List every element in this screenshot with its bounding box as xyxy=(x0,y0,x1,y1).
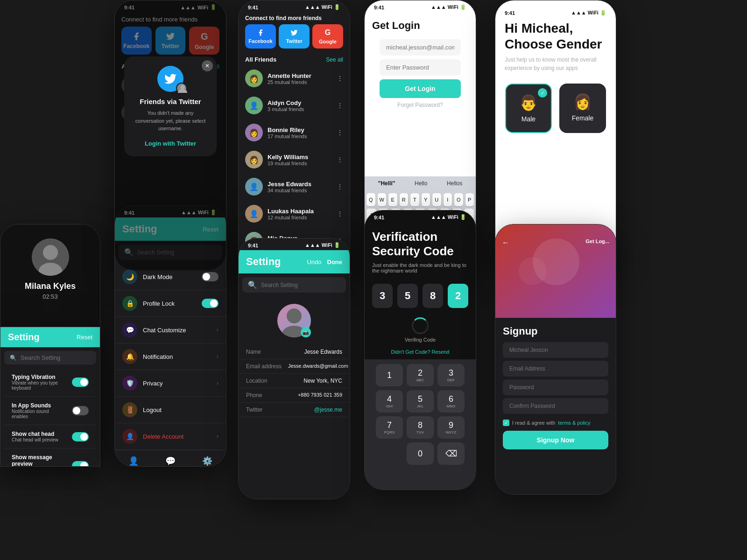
options-4[interactable]: ⋮ xyxy=(337,183,343,190)
numpad-9[interactable]: 9WXYZ xyxy=(437,416,465,439)
done-btn[interactable]: Done xyxy=(327,259,343,266)
avatar-5: 👤 xyxy=(245,205,263,223)
show-chat-head-item: Show chat head Chat head will preview xyxy=(4,425,96,448)
profile-search-input[interactable] xyxy=(261,282,340,288)
privacy-item[interactable]: 🛡️ Privacy › xyxy=(115,370,226,397)
settings-search-input[interactable] xyxy=(21,354,99,361)
suggestion-1[interactable]: Hello xyxy=(411,179,431,188)
list-item[interactable]: 👩 Annette Hunter 25 mutual friends ⋮ xyxy=(239,65,350,92)
list-item[interactable]: 👤 Luukas Haapala 12 mutual friends ⋮ xyxy=(239,200,350,227)
nav-chat-icon[interactable]: 💬 xyxy=(165,456,176,466)
list-item[interactable]: 👤 Aidyn Cody 3 mutual friends ⋮ xyxy=(239,92,350,119)
tw-btn-5[interactable]: Twitter xyxy=(279,24,310,49)
resend-link[interactable]: Didn't Get Code? Resend xyxy=(365,347,476,356)
edit-avatar-btn[interactable]: 📷 xyxy=(301,327,311,337)
reset-button[interactable]: Reset xyxy=(77,334,92,341)
fb-btn-5[interactable]: Facebook xyxy=(245,24,276,49)
numpad-8[interactable]: 8TUV xyxy=(407,416,434,439)
dark-mode-icon: 🌙 xyxy=(122,269,137,284)
nav-settings-icon[interactable]: ⚙️ xyxy=(202,456,212,466)
key-u[interactable]: U xyxy=(432,193,441,206)
settings-panel-left: Setting Reset 🔍 Typing Vibration Vibrate… xyxy=(0,327,100,467)
options-3[interactable]: ⋮ xyxy=(337,156,343,163)
key-i[interactable]: I xyxy=(444,193,452,206)
key-w[interactable]: W xyxy=(378,193,387,206)
numpad-2[interactable]: 2ABC xyxy=(407,364,434,386)
caller-avatar xyxy=(32,238,69,276)
connect-header: Connect to find more friends xyxy=(239,12,350,24)
terms-link[interactable]: terms & policy xyxy=(558,420,590,426)
delete-account-label: Delete Account xyxy=(143,433,211,440)
profile-lock-item[interactable]: 🔒 Profile Lock xyxy=(115,290,226,317)
numpad-6[interactable]: 6MNO xyxy=(437,390,465,413)
key-e[interactable]: E xyxy=(388,193,397,206)
male-card[interactable]: ✓ 👨 Male xyxy=(505,84,552,133)
twitter-field: Twitter @jesse.me xyxy=(239,403,350,417)
login-twitter-link[interactable]: Login with Twitter xyxy=(134,140,207,147)
signup-password-input[interactable] xyxy=(503,379,608,395)
see-all-link-5[interactable]: See all xyxy=(326,56,343,63)
twitter-popup-icon xyxy=(157,66,183,92)
options-0[interactable]: ⋮ xyxy=(337,75,343,82)
password-input[interactable] xyxy=(380,59,461,76)
list-item[interactable]: 👤 Jesse Edwards 34 mutual friends ⋮ xyxy=(239,173,350,200)
bottom-nav-4: 👤 💬 ⚙️ xyxy=(115,450,226,467)
profile-lock-icon: 🔒 xyxy=(122,296,137,311)
login-button[interactable]: Get Login xyxy=(380,79,461,98)
suggestion-0[interactable]: "Helli" xyxy=(374,179,399,188)
google-label-5: Google xyxy=(319,39,337,44)
chat-customize-icon: 💬 xyxy=(122,322,137,337)
numpad-7[interactable]: 7PQRS xyxy=(376,416,403,439)
nav-profile-icon[interactable]: 👤 xyxy=(128,456,139,466)
avatar-0: 👩 xyxy=(245,70,263,87)
app-sounds-toggle[interactable] xyxy=(72,406,89,415)
signup-name-input[interactable] xyxy=(503,342,608,358)
signup-confirm-input[interactable] xyxy=(503,398,608,414)
svg-point-8 xyxy=(287,308,302,323)
numpad-3[interactable]: 3DEF xyxy=(437,364,465,386)
undo-btn[interactable]: Undo xyxy=(307,259,321,266)
key-y[interactable]: Y xyxy=(422,193,430,206)
popup-close-btn[interactable]: ✕ xyxy=(202,60,213,71)
dark-mode-toggle[interactable] xyxy=(202,272,218,281)
notification-item[interactable]: 🔔 Notification › xyxy=(115,343,226,370)
key-p[interactable]: P xyxy=(465,193,474,206)
list-item[interactable]: 👩 Bonnie Riley 17 mutual friends ⋮ xyxy=(239,119,350,146)
loading-spinner xyxy=(412,317,429,334)
key-t[interactable]: T xyxy=(410,193,419,206)
logout-item[interactable]: 🚪 Logout xyxy=(115,397,226,423)
app-sounds-label: In App Sounds xyxy=(12,402,66,409)
email-input[interactable] xyxy=(380,39,461,56)
message-preview-toggle[interactable] xyxy=(72,461,89,467)
verification-subtitle: Just enable the dark mode and be king to… xyxy=(372,262,468,273)
chat-head-toggle[interactable] xyxy=(72,432,89,441)
key-r[interactable]: R xyxy=(400,193,409,206)
key-q[interactable]: Q xyxy=(366,193,375,206)
profile-lock-toggle[interactable] xyxy=(202,299,218,308)
forgot-password-link[interactable]: Forget Password? xyxy=(372,102,468,108)
numpad-1[interactable]: 1 xyxy=(376,364,403,386)
suggestion-2[interactable]: Hellos xyxy=(443,179,466,188)
list-item[interactable]: 👩 Kelly Williams 19 mutual friends ⋮ xyxy=(239,146,350,173)
options-2[interactable]: ⋮ xyxy=(337,129,343,136)
delete-account-item[interactable]: 👤 Delete Account › xyxy=(115,423,226,450)
numpad-delete[interactable]: ⌫ xyxy=(437,442,465,465)
caller-name: Milana Kyles xyxy=(25,281,76,291)
chat-customize-item[interactable]: 💬 Chat Customize › xyxy=(115,317,226,343)
signup-email-input[interactable] xyxy=(503,361,608,377)
signup-button[interactable]: Signup Now xyxy=(503,431,608,449)
typing-vibration-toggle[interactable] xyxy=(72,378,89,387)
numpad-0[interactable]: 0 xyxy=(407,442,434,465)
options-5[interactable]: ⋮ xyxy=(337,210,343,217)
female-emoji: 👩 xyxy=(573,93,592,111)
gp-btn-5[interactable]: G Google xyxy=(312,24,343,49)
back-button-10[interactable]: ← xyxy=(502,238,509,247)
get-login-overlay-label[interactable]: Get Log... xyxy=(585,238,609,244)
female-card[interactable]: 👩 Female xyxy=(559,84,606,133)
all-friends-header-5: All Friends See all xyxy=(239,52,350,65)
terms-checkbox[interactable]: ✓ xyxy=(503,420,509,426)
numpad-5[interactable]: 5JKL xyxy=(407,390,434,413)
options-1[interactable]: ⋮ xyxy=(337,102,343,109)
numpad-4[interactable]: 4GHI xyxy=(376,390,403,413)
key-o[interactable]: O xyxy=(454,193,463,206)
